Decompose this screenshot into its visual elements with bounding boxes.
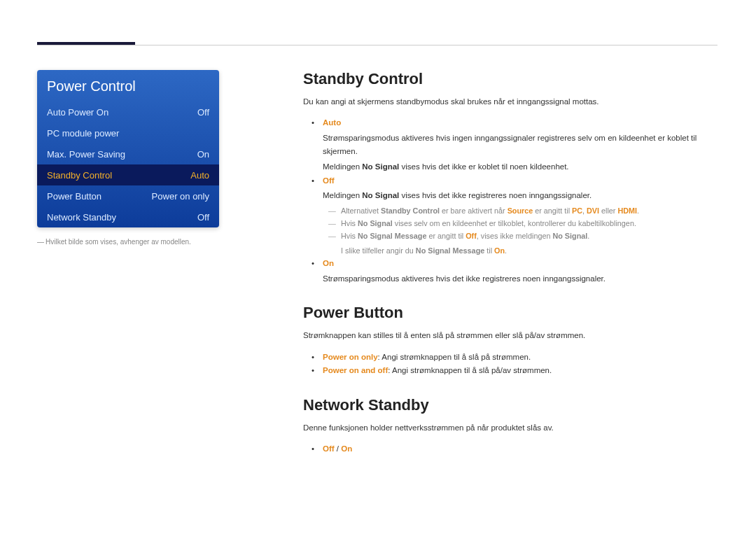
menu-footnote: Hvilket bilde som vises, avhenger av mod… [37, 237, 233, 247]
page-layout: Power Control Auto Power On Off PC modul… [37, 70, 718, 456]
sub-item-line2: I slike tilfeller angir du No Signal Mes… [341, 244, 718, 257]
on-desc-1: Strømsparingsmodus aktiveres hvis det ik… [323, 272, 718, 286]
menu-item-label: PC module power [47, 128, 209, 139]
menu-item-max-power-saving[interactable]: Max. Power Saving On [37, 143, 219, 164]
off-desc-1: Meldingen No Signal vises hvis det ikke … [323, 189, 718, 203]
auto-desc-2: Meldingen No Signal vises hvis det ikke … [323, 160, 718, 174]
menu-title: Power Control [37, 70, 219, 101]
sub-item: Hvis No Signal vises selv om en kildeenh… [332, 217, 718, 230]
network-intro: Denne funksjonen holder nettverksstrømme… [303, 421, 718, 434]
menu-item-label: Max. Power Saving [47, 149, 197, 160]
menu-item-label: Power Button [47, 191, 152, 202]
list-item: Power on and off: Angi strømknappen til … [316, 364, 718, 378]
network-list: Off / On [303, 442, 718, 456]
list-item: Off / On [316, 442, 718, 456]
menu-item-network-standby[interactable]: Network Standby Off [37, 206, 219, 227]
powerbutton-intro: Strømknappen kan stilles til å enten slå… [303, 329, 718, 342]
menu-item-value: Off [197, 107, 209, 118]
menu-item-value: Auto [190, 170, 209, 181]
heading-power-button: Power Button [303, 304, 718, 322]
left-column: Power Control Auto Power On Off PC modul… [37, 70, 233, 456]
standby-list: Auto Strømsparingsmodus aktiveres hvis i… [303, 116, 718, 286]
menu-item-value: Off [197, 212, 209, 223]
list-item-auto: Auto Strømsparingsmodus aktiveres hvis i… [316, 116, 718, 174]
list-item: Power on only: Angi strømknappen til å s… [316, 351, 718, 365]
menu-item-pc-module-power[interactable]: PC module power [37, 122, 219, 143]
option-on: On [323, 259, 334, 267]
menu-item-auto-power-on[interactable]: Auto Power On Off [37, 101, 219, 122]
auto-desc-1: Strømsparingsmodus aktiveres hvis ingen … [323, 132, 718, 159]
heading-standby-control: Standby Control [303, 70, 718, 88]
sub-item: Alternativet Standby Control er bare akt… [332, 204, 718, 217]
header-divider [37, 45, 718, 45]
menu-item-power-button[interactable]: Power Button Power on only [37, 185, 219, 206]
menu-item-label: Auto Power On [47, 107, 197, 118]
heading-network-standby: Network Standby [303, 396, 718, 414]
menu-item-value: Power on only [152, 191, 209, 202]
list-item-on: On Strømsparingsmodus aktiveres hvis det… [316, 257, 718, 286]
menu-item-label: Standby Control [47, 170, 190, 181]
menu-item-label: Network Standby [47, 212, 197, 223]
power-control-menu: Power Control Auto Power On Off PC modul… [37, 70, 219, 227]
list-item-off: Off Meldingen No Signal vises hvis det i… [316, 174, 718, 257]
powerbutton-list: Power on only: Angi strømknappen til å s… [303, 351, 718, 378]
sub-item: Hvis No Signal Message er angitt til Off… [332, 230, 718, 257]
off-sublist: Alternativet Standby Control er bare akt… [323, 204, 718, 257]
option-auto: Auto [323, 118, 341, 127]
menu-item-standby-control[interactable]: Standby Control Auto [37, 164, 219, 185]
menu-item-value: On [197, 149, 209, 160]
option-off: Off [323, 176, 335, 185]
content-column: Standby Control Du kan angi at skjermens… [303, 70, 718, 456]
standby-intro: Du kan angi at skjermens standbymodus sk… [303, 95, 718, 108]
